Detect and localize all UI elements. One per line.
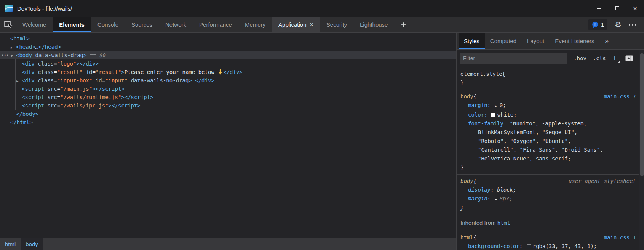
css-property[interactable]: margin: ▶8px; — [457, 194, 639, 204]
rule-selector[interactable]: body {user agent stylesheet — [457, 177, 639, 186]
property-value: 8px; — [500, 196, 513, 202]
attribute-value-token: "/wails/ipc.js" — [60, 103, 108, 109]
tree-node[interactable]: <html> — [0, 34, 456, 43]
stylesheet-link[interactable]: main.css:7 — [604, 92, 636, 101]
tag-token: <html> — [10, 35, 30, 42]
issues-counter[interactable]: 1 — [588, 19, 607, 30]
attribute-value-token: "input" — [105, 77, 128, 83]
expand-shorthand-icon[interactable]: ▶ — [495, 102, 497, 111]
tab-layout[interactable]: Layout — [522, 33, 550, 49]
styles-pane: element.style {}body {main.css:7margin: … — [457, 67, 639, 250]
tab-application[interactable]: Application× — [272, 17, 320, 32]
tree-node[interactable]: •••▼<body data-wails-drag> == $0 — [0, 51, 456, 59]
tree-node[interactable]: <div class="logo"></div> — [0, 59, 456, 68]
tag-token: ></script> — [109, 103, 141, 109]
attribute-name-token: class — [35, 69, 54, 75]
collapse-arrow-icon[interactable]: ▼ — [11, 52, 16, 60]
tab-memory[interactable]: Memory — [238, 17, 272, 32]
tab-network[interactable]: Network — [159, 17, 193, 32]
node-menu-dots[interactable]: ••• — [2, 51, 9, 59]
property-value-wrap: "Helvetica Neue", sans-serif; — [468, 154, 636, 163]
rule-close: } — [457, 204, 639, 213]
rule-selector[interactable]: html {main.css:1 — [457, 233, 639, 242]
tab-event-listeners[interactable]: Event Listeners — [550, 33, 599, 49]
open-brace: { — [502, 70, 505, 79]
rule-selector[interactable]: body {main.css:7 — [457, 92, 639, 101]
more-tools-button[interactable]: + — [394, 17, 412, 32]
styles-filter-input[interactable] — [460, 53, 567, 64]
open-brace: { — [473, 92, 476, 101]
scrollbar-thumb[interactable] — [640, 53, 644, 176]
settings-gear-icon[interactable]: ⚙ — [615, 21, 622, 29]
tree-node[interactable]: <script src="/main.js"></script> — [0, 85, 456, 93]
tree-node[interactable]: </html> — [0, 118, 456, 127]
breadcrumb-item-body[interactable]: body — [21, 238, 43, 250]
element-classes-toggle[interactable]: .cls — [593, 55, 606, 61]
more-options-icon[interactable] — [629, 24, 636, 26]
breadcrumb-item-html[interactable]: html — [0, 238, 21, 250]
expand-shorthand-icon[interactable]: ▶ — [495, 195, 497, 204]
devtools-toolbar: WelcomeElementsConsoleSourcesNetworkPerf… — [0, 17, 644, 33]
tree-node[interactable]: <script src="/wails/ipc.js"></script> — [0, 101, 456, 110]
tab-lighthouse[interactable]: Lighthouse — [353, 17, 394, 32]
minimize-button[interactable] — [590, 0, 608, 17]
tag-token: <div — [22, 61, 35, 67]
tab-security[interactable]: Security — [320, 17, 353, 32]
sidebar-tabs: StylesComputedLayoutEvent Listeners» — [457, 33, 644, 50]
color-swatch[interactable] — [491, 113, 495, 117]
minimize-icon — [597, 8, 601, 9]
property-value: "Nunito", -apple-system, — [510, 120, 587, 127]
pseudo-state-toggle[interactable]: :hov — [574, 55, 586, 61]
close-tab-icon[interactable]: × — [310, 21, 313, 28]
tab-elements[interactable]: Elements — [53, 17, 91, 32]
css-property[interactable]: display: block; — [457, 186, 639, 194]
css-property[interactable]: font-family: "Nunito", -apple-system,Bli… — [457, 119, 639, 163]
selector-text: body — [460, 177, 473, 186]
tree-node[interactable]: ▶<head>…</head> — [0, 43, 456, 51]
stylesheet-link[interactable]: main.css:1 — [604, 233, 636, 242]
tab-styles[interactable]: Styles — [459, 33, 485, 49]
more-sidebar-tabs-icon[interactable]: » — [605, 33, 609, 49]
styles-toolbar: :hov .cls + — [457, 50, 644, 67]
property-value: 0; — [500, 102, 506, 108]
tab-console[interactable]: Console — [91, 17, 125, 32]
property-name: display — [468, 187, 491, 193]
css-property[interactable]: background-color: rgba(33, 37, 43, 1); — [457, 242, 639, 250]
rule-selector[interactable]: element.style { — [457, 70, 639, 79]
rule-close: } — [457, 79, 639, 87]
tag-token: <script — [22, 86, 44, 92]
close-button[interactable]: × — [626, 0, 644, 17]
color-swatch[interactable] — [527, 244, 531, 248]
tree-node[interactable]: </body> — [0, 110, 456, 118]
toggle-computed-sidebar-icon[interactable] — [625, 55, 633, 61]
tag-token: </head> — [38, 44, 61, 50]
css-rule: element.style {} — [457, 67, 639, 90]
expand-arrow-icon[interactable]: ▶ — [16, 77, 22, 85]
tab-sources[interactable]: Sources — [125, 17, 159, 32]
maximize-button[interactable] — [608, 0, 626, 17]
inherited-element-link[interactable]: html — [497, 220, 510, 226]
tool-tabs: WelcomeElementsConsoleSourcesNetworkPerf… — [16, 17, 394, 32]
tab-label: Network — [165, 21, 186, 28]
console-hint-token: == $0 — [86, 52, 106, 58]
css-property[interactable]: margin: ▶0; — [457, 101, 639, 111]
attribute-value-token: "input-box" — [57, 77, 93, 83]
css-rule: html {main.css:1background-color: rgba(3… — [457, 231, 639, 250]
text-token: … — [192, 77, 195, 83]
tree-node[interactable]: ▶<div class="input-box" id="input" data-… — [0, 76, 456, 85]
attribute-value-token: "result" — [96, 69, 121, 75]
tree-node[interactable]: <script src="/wails/runtime.js"></script… — [0, 93, 456, 101]
tab-label: Lighthouse — [360, 21, 388, 28]
tab-label: Memory — [245, 21, 265, 28]
tab-computed[interactable]: Computed — [485, 33, 522, 49]
inspect-element-button[interactable] — [0, 17, 16, 32]
tab-welcome[interactable]: Welcome — [16, 17, 53, 32]
css-property[interactable]: color: white; — [457, 111, 639, 119]
new-style-rule-button[interactable]: + — [612, 54, 619, 62]
tree-node[interactable]: <div class="result" id="result">Please e… — [0, 68, 456, 76]
tab-performance[interactable]: Performance — [193, 17, 238, 32]
expand-arrow-icon[interactable]: ▶ — [11, 43, 16, 52]
tag-token: </div> — [195, 77, 214, 83]
tag-token: <script — [22, 94, 44, 100]
attribute-value-token: "/main.js" — [60, 86, 92, 92]
